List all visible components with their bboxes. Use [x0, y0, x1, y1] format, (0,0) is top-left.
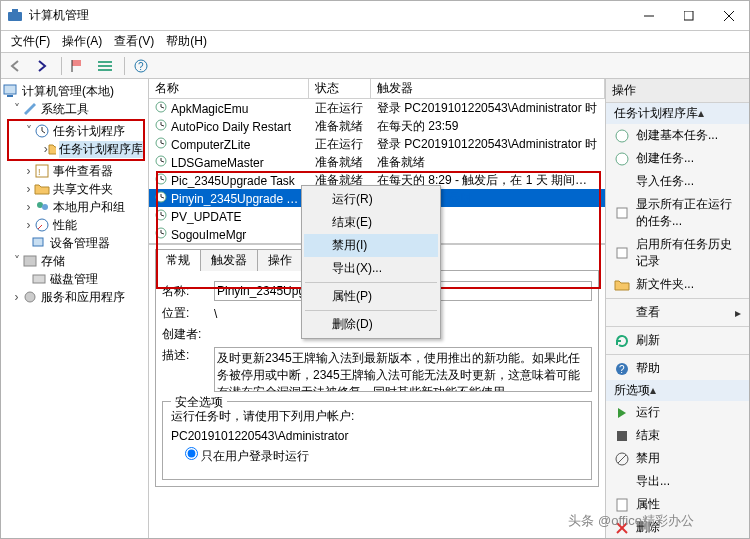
refresh-icon — [614, 333, 630, 349]
watermark: 头条 @office精彩办公 — [568, 512, 694, 530]
ctx-delete[interactable]: 删除(D) — [304, 313, 438, 336]
table-row[interactable]: AutoPico Daily Restart准备就绪在每天的 23:59 — [149, 117, 605, 135]
actions-group-library: 任务计划程序库▴ — [606, 103, 749, 124]
context-menu[interactable]: 运行(R) 结束(E) 禁用(I) 导出(X)... 属性(P) 删除(D) — [301, 185, 441, 339]
table-row[interactable]: LDSGameMaster准备就绪准备就绪 — [149, 153, 605, 171]
svg-rect-14 — [7, 95, 13, 97]
nav-fwd-button[interactable] — [30, 56, 54, 76]
security-options-group: 安全选项 运行任务时，请使用下列用户帐户: PC2019101220543\Ad… — [162, 401, 592, 480]
security-line1: 运行任务时，请使用下列用户帐户: — [171, 408, 583, 425]
nav-back-button[interactable] — [3, 56, 27, 76]
tree-perf[interactable]: ›性能 — [1, 216, 148, 234]
svg-rect-0 — [8, 12, 22, 21]
table-row[interactable]: ApkMagicEmu正在运行登录 PC2019101220543\Admini… — [149, 99, 605, 117]
toolbar-list-icon[interactable] — [93, 56, 117, 76]
toolbar-help-icon[interactable]: ? — [129, 56, 153, 76]
folder-icon — [48, 141, 56, 157]
col-trigger[interactable]: 触发器 — [371, 79, 605, 98]
tree-scheduler-library[interactable]: ›任务计划程序库 — [9, 140, 143, 158]
action-disable[interactable]: 禁用 — [606, 447, 749, 470]
tree-devmgr[interactable]: 设备管理器 — [1, 234, 148, 252]
svg-rect-3 — [684, 11, 693, 20]
tree-root[interactable]: 计算机管理(本地) — [1, 82, 148, 100]
action-create-basic[interactable]: 创建基本任务... — [606, 124, 749, 147]
task-list-header[interactable]: 名称 状态 触发器 — [149, 79, 605, 99]
svg-rect-6 — [72, 60, 81, 66]
newfolder-icon — [614, 277, 630, 293]
action-refresh[interactable]: 刷新 — [606, 329, 749, 352]
col-name[interactable]: 名称 — [149, 79, 309, 98]
tree-diskmgr[interactable]: 磁盘管理 — [1, 270, 148, 288]
help-icon: ? — [614, 361, 630, 377]
running-icon — [614, 205, 630, 221]
shared-folder-icon — [34, 181, 50, 197]
action-new-folder[interactable]: 新文件夹... — [606, 273, 749, 296]
svg-rect-25 — [33, 275, 45, 283]
svg-rect-10 — [98, 69, 112, 71]
col-status[interactable]: 状态 — [309, 79, 371, 98]
users-icon — [34, 199, 50, 215]
event-icon: ! — [34, 163, 50, 179]
svg-line-59 — [618, 455, 626, 463]
maximize-button[interactable] — [669, 1, 709, 31]
clock-icon — [34, 123, 50, 139]
action-export[interactable]: 导出... — [606, 470, 749, 493]
ctx-disable[interactable]: 禁用(I) — [304, 234, 438, 257]
task-icon — [614, 151, 630, 167]
menu-action[interactable]: 操作(A) — [56, 31, 108, 52]
table-row[interactable]: ComputerZLite正在运行登录 PC2019101220543\Admi… — [149, 135, 605, 153]
history-icon — [614, 245, 630, 261]
svg-rect-9 — [98, 65, 112, 67]
properties-icon — [614, 497, 630, 513]
radio-only-loggedin[interactable]: 只在用户登录时运行 — [185, 447, 583, 465]
tab-triggers[interactable]: 触发器 — [200, 249, 258, 271]
ctx-end[interactable]: 结束(E) — [304, 211, 438, 234]
action-view[interactable]: 查看▸ — [606, 301, 749, 324]
menu-file[interactable]: 文件(F) — [5, 31, 56, 52]
action-show-running[interactable]: 显示所有正在运行的任务... — [606, 193, 749, 233]
action-help[interactable]: ?帮助 — [606, 357, 749, 380]
tree-services[interactable]: ›服务和应用程序 — [1, 288, 148, 306]
action-run[interactable]: 运行 — [606, 401, 749, 424]
svg-rect-13 — [4, 85, 16, 94]
svg-rect-8 — [98, 61, 112, 63]
tree-eventviewer[interactable]: ›!事件查看器 — [1, 162, 148, 180]
minimize-button[interactable] — [629, 1, 669, 31]
tools-icon — [22, 101, 38, 117]
tree-systools[interactable]: ˅系统工具 — [1, 100, 148, 118]
close-button[interactable] — [709, 1, 749, 31]
nav-tree[interactable]: 计算机管理(本地) ˅系统工具 ˅任务计划程序 ›任务计划程序库 ›!事件查看器… — [1, 79, 149, 538]
svg-point-26 — [25, 292, 35, 302]
toolbar-flag-icon[interactable] — [66, 56, 90, 76]
app-icon — [7, 8, 23, 24]
menu-view[interactable]: 查看(V) — [108, 31, 160, 52]
svg-rect-53 — [617, 208, 627, 218]
tab-actions[interactable]: 操作 — [257, 249, 303, 271]
field-desc[interactable]: 及时更新2345王牌输入法到最新版本，使用推出的新功能。如果此任务被停用或中断，… — [214, 347, 592, 392]
svg-rect-60 — [617, 499, 627, 511]
label-location: 位置: — [162, 305, 214, 322]
svg-rect-24 — [24, 256, 36, 266]
ctx-properties[interactable]: 属性(P) — [304, 285, 438, 308]
tree-scheduler[interactable]: ˅任务计划程序 — [9, 122, 143, 140]
label-creator: 创建者: — [162, 326, 214, 343]
action-import-task[interactable]: 导入任务... — [606, 170, 749, 193]
actions-header: 操作 — [606, 79, 749, 103]
ctx-run[interactable]: 运行(R) — [304, 188, 438, 211]
action-create-task[interactable]: 创建任务... — [606, 147, 749, 170]
tree-storage[interactable]: ˅存储 — [1, 252, 148, 270]
perf-icon — [34, 217, 50, 233]
ctx-export[interactable]: 导出(X)... — [304, 257, 438, 280]
svg-rect-23 — [33, 238, 43, 246]
svg-text:?: ? — [619, 364, 625, 375]
tree-sharedfolders[interactable]: ›共享文件夹 — [1, 180, 148, 198]
action-end[interactable]: 结束 — [606, 424, 749, 447]
computer-icon — [3, 83, 19, 99]
action-enable-history[interactable]: 启用所有任务历史记录 — [606, 233, 749, 273]
label-name: 名称: — [162, 283, 214, 300]
menu-help[interactable]: 帮助(H) — [160, 31, 213, 52]
svg-rect-57 — [617, 431, 627, 441]
stop-icon — [614, 428, 630, 444]
tree-localusers[interactable]: ›本地用户和组 — [1, 198, 148, 216]
tab-general[interactable]: 常规 — [155, 249, 201, 271]
